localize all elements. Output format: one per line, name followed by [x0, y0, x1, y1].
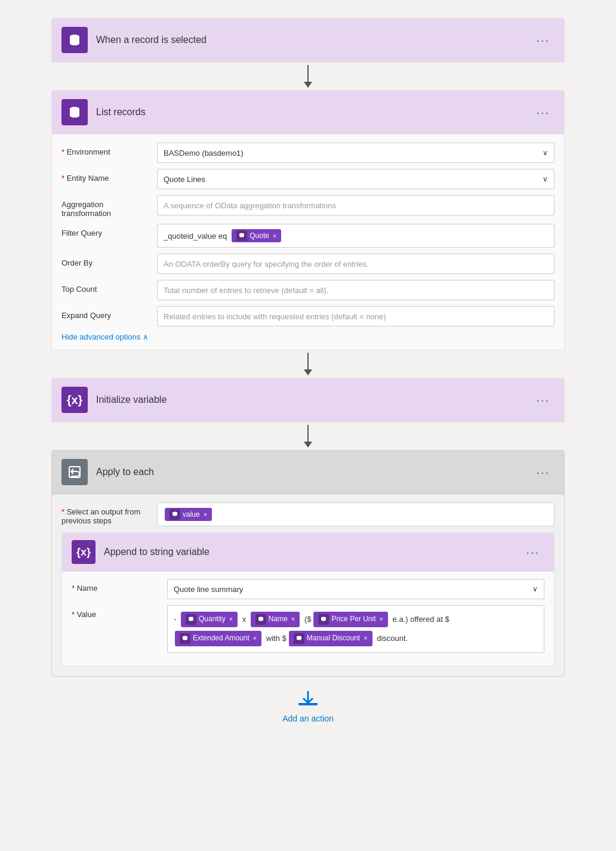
append-icon-box: {x} [72, 540, 96, 564]
name-chip-close[interactable]: × [291, 613, 295, 625]
variable-icon: {x} [67, 393, 83, 407]
aggregation-input[interactable]: A sequence of OData aggregation transfor… [157, 195, 555, 215]
arrow-1 [304, 65, 312, 88]
manual-discount-chip: Manual Discount × [289, 631, 372, 646]
init-variable-more-button[interactable]: ··· [531, 391, 555, 409]
environment-arrow: ∨ [543, 149, 548, 157]
trigger-card: When a record is selected ··· [51, 18, 565, 63]
list-records-body: * Environment BASDemo (basdemo1) ∨ * Ent… [52, 134, 564, 350]
entity-name-input[interactable]: Quote Lines ∨ [157, 169, 555, 189]
filter-chip-close[interactable]: × [273, 232, 276, 239]
value-ea: e.a.) offered at $ [390, 612, 449, 626]
chip-db-icon [236, 230, 247, 241]
top-count-input[interactable]: Total number of entries to retrieve (def… [157, 280, 555, 300]
chip-db-qty [186, 614, 196, 625]
value-x: x [240, 612, 248, 626]
environment-input[interactable]: BASDemo (basdemo1) ∨ [157, 143, 555, 163]
entity-name-label: * Entity Name [61, 169, 157, 183]
append-card: {x} Append to string variable ··· * Name [61, 532, 555, 667]
environment-label: * Environment [61, 143, 157, 156]
init-variable-icon-box: {x} [61, 387, 88, 413]
value-chip-close[interactable]: × [204, 511, 207, 518]
hide-advanced-link[interactable]: Hide advanced options ∧ [61, 332, 555, 341]
filter-chip: Quote × [232, 229, 281, 242]
entity-name-row: * Entity Name Quote Lines ∨ [61, 169, 555, 189]
add-action-icon [296, 689, 320, 710]
top-count-label: Top Count [61, 280, 157, 294]
filter-query-label: Filter Query [61, 224, 157, 238]
expand-query-input[interactable]: Related entries to include with requeste… [157, 306, 555, 326]
loop-icon [67, 465, 82, 479]
environment-row: * Environment BASDemo (basdemo1) ∨ [61, 143, 555, 163]
list-records-header: List records ··· [52, 91, 564, 134]
chip-db-ext [180, 633, 190, 644]
select-output-label: * Select an output from previous steps [61, 502, 157, 525]
list-records-icon-box [61, 99, 88, 125]
value-chip: value × [165, 508, 212, 521]
append-card-title: Append to string variable [104, 547, 521, 557]
expand-query-row: Expand Query Related entries to include … [61, 306, 555, 326]
value-dash: - [174, 612, 178, 626]
arrow-2 [304, 353, 312, 375]
aggregation-row: Aggregation transformation A sequence of… [61, 195, 555, 218]
extended-amount-chip-close[interactable]: × [253, 633, 257, 645]
name-row: * Name Quote line summary ∨ [72, 579, 544, 599]
select-output-input[interactable]: value × [157, 502, 555, 526]
apply-to-each-more-button[interactable]: ··· [531, 463, 555, 482]
quantity-chip-close[interactable]: × [229, 613, 233, 625]
variable-icon-2: {x} [76, 546, 91, 559]
expand-query-label: Expand Query [61, 306, 157, 320]
init-variable-title: Initialize variable [96, 394, 531, 405]
filter-prefix: _quoteid_value eq [164, 232, 227, 240]
page-wrapper: When a record is selected ··· Li [0, 0, 616, 851]
add-action-svg [296, 689, 320, 710]
name-arrow: ∨ [532, 585, 538, 593]
top-count-row: Top Count Total number of entries to ret… [61, 280, 555, 300]
extended-amount-chip: Extended Amount × [175, 631, 261, 646]
init-variable-card: {x} Initialize variable ··· [51, 378, 565, 423]
name-label: * Name [72, 579, 167, 593]
chip-db-icon-2 [170, 509, 180, 520]
filter-query-row: Filter Query _quoteid_value eq [61, 224, 555, 248]
name-chip: Name × [251, 612, 300, 627]
order-by-row: Order By An ODATA orderBy query for spec… [61, 254, 555, 274]
value-field[interactable]: - Quantity [167, 605, 544, 653]
apply-to-each-body: * Select an output from previous steps [52, 494, 564, 676]
list-records-card: List records ··· * Environment BASDemo (… [51, 90, 565, 350]
value-discount: discount. [375, 631, 408, 645]
trigger-more-button[interactable]: ··· [531, 31, 555, 50]
list-records-more-button[interactable]: ··· [531, 103, 555, 122]
trigger-title: When a record is selected [96, 35, 531, 45]
chip-db-name [255, 614, 266, 625]
name-input[interactable]: Quote line summary ∨ [167, 579, 544, 599]
apply-to-each-icon-box [61, 459, 88, 485]
filter-query-input[interactable]: _quoteid_value eq Quote × [157, 224, 555, 248]
apply-to-each-card: Apply to each ··· * Select an output fro… [51, 450, 565, 677]
manual-discount-chip-close[interactable]: × [364, 633, 367, 645]
list-records-title: List records [96, 107, 531, 118]
chevron-up-icon: ∧ [143, 332, 149, 341]
database-icon [67, 33, 82, 47]
apply-to-each-header: Apply to each ··· [52, 451, 564, 494]
add-action-button[interactable]: Add an action [282, 689, 334, 723]
value-paren-open: ($ [302, 612, 311, 626]
append-more-button[interactable]: ··· [521, 543, 544, 562]
hide-advanced-label: Hide advanced options [61, 332, 140, 341]
chip-db-discount [294, 633, 304, 644]
init-variable-header: {x} Initialize variable ··· [52, 378, 564, 422]
apply-to-each-title: Apply to each [96, 467, 531, 477]
value-row: * Value - [72, 605, 544, 653]
aggregation-label: Aggregation transformation [61, 195, 157, 218]
append-card-body: * Name Quote line summary ∨ * [62, 572, 554, 666]
price-per-unit-chip-close[interactable]: × [379, 613, 383, 625]
arrow-3 [304, 425, 312, 448]
add-action-label: Add an action [282, 714, 334, 723]
quantity-chip: Quantity × [181, 612, 238, 627]
database-icon-2 [67, 105, 82, 119]
price-per-unit-chip: Price Per Unit × [313, 612, 387, 627]
select-output-row: * Select an output from previous steps [61, 502, 555, 526]
order-by-input[interactable]: An ODATA orderBy query for specifying th… [157, 254, 555, 274]
entity-name-arrow: ∨ [543, 175, 548, 183]
flow-container: When a record is selected ··· Li [51, 18, 565, 723]
value-label: * Value [72, 605, 167, 619]
